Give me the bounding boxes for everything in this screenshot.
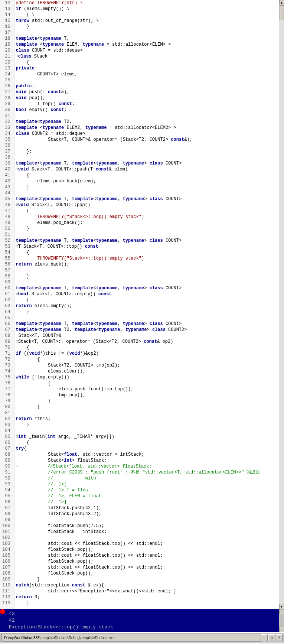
code-line: template<typename T, template<typename, … xyxy=(16,196,277,202)
line-number: 14 xyxy=(2,12,12,18)
line-number: 73 xyxy=(2,362,12,368)
line-number: 58 xyxy=(2,273,12,279)
code-line: } xyxy=(16,309,277,315)
code-line: class COUNT = std::deque> xyxy=(16,48,277,53)
line-number: 28 xyxy=(2,95,12,101)
code-line: { xyxy=(16,345,277,351)
line-number: 62 xyxy=(2,297,12,303)
line-number: 39 xyxy=(2,160,12,166)
line-number: 34 xyxy=(2,131,12,137)
line-number: 52 xyxy=(2,238,12,244)
line-number: 46 xyxy=(2,202,12,208)
scroll-down-button[interactable]: ▼ xyxy=(279,604,284,609)
line-number: 108 xyxy=(2,570,12,576)
console-scroll-down[interactable]: ▼ xyxy=(279,627,284,632)
code-line: template<typename T2, xyxy=(16,119,277,125)
line-number: 51 xyxy=(2,232,12,238)
line-number: 40 xyxy=(2,166,12,172)
code-line: } xyxy=(16,24,277,30)
code-line: std::cout << floatStack.top() << std::en… xyxy=(16,565,277,570)
code-line: Stack<T, COUNT>& operator= (Stack<T2, CO… xyxy=(16,137,277,143)
code-line: if (elems.empty()) \ xyxy=(16,6,277,12)
code-line: ⊟void Stack<T, COUNT>::pop() xyxy=(16,202,277,208)
code-line: // with xyxy=(16,475,277,481)
line-number: 112 xyxy=(2,594,12,600)
line-number: 86 xyxy=(2,440,12,446)
code-line: { \ xyxy=(16,12,277,18)
code-line: T top() const; xyxy=(16,101,277,107)
line-number: 91 xyxy=(2,469,12,475)
code-line: { xyxy=(16,380,277,386)
line-number: 104 xyxy=(2,547,12,553)
editor-window: 1213141516171819202122232425262728293031… xyxy=(0,0,284,632)
code-line: tmp.pop(); xyxy=(16,392,277,398)
scroll-thumb[interactable] xyxy=(280,5,284,20)
code-line xyxy=(16,315,277,321)
line-number: 45 xyxy=(2,196,12,202)
line-number: 109 xyxy=(2,576,12,582)
line-number: 13 xyxy=(2,6,12,12)
vertical-scrollbar[interactable]: ▲ ▼ xyxy=(279,0,284,609)
code-line: // 1>[ xyxy=(16,481,277,487)
line-number: 89 xyxy=(2,458,12,464)
code-line: std::cout << floatStack.top() << std::en… xyxy=(16,553,277,559)
line-number: 12 xyxy=(2,0,12,6)
line-number: 22 xyxy=(2,59,12,65)
line-number: 35 xyxy=(2,137,12,143)
console-line-2: 42 xyxy=(9,617,281,624)
code-line: } xyxy=(16,226,277,232)
line-number: 38 xyxy=(2,155,12,160)
code-line: class COUNT2 = std::deque> xyxy=(16,131,277,137)
code-line: template<typename T2, template<typename,… xyxy=(16,327,277,333)
line-number: 94 xyxy=(2,487,12,493)
code-line: throw std::out_of_range(str); \ xyxy=(16,18,277,24)
code-line: while (!tmp.empty()) xyxy=(16,374,277,380)
code-line: intStack.push(42.1); xyxy=(16,505,277,511)
line-number: 102 xyxy=(2,535,12,541)
line-number: 65 xyxy=(2,315,12,321)
line-number: 74 xyxy=(2,368,12,374)
console-scroll-up[interactable]: ▲ xyxy=(279,609,284,614)
console-line-1: 43 xyxy=(9,611,281,617)
scroll-track[interactable] xyxy=(279,5,284,604)
console-area: 43 42 Exception:Stack<>::top():empty sta… xyxy=(0,609,284,632)
close-button[interactable]: × xyxy=(276,634,283,641)
line-number: 107 xyxy=(2,565,12,570)
line-number: 25 xyxy=(2,77,12,83)
line-number: 59 xyxy=(2,279,12,285)
line-number: 96 xyxy=(2,499,12,505)
code-line: floatStack.push(7.5); xyxy=(16,523,277,529)
code-line: ⊟int _tmain(int argc, _TCHAR* argv[]) xyxy=(16,434,277,440)
code-line: elems.push_front(tmp.top()); xyxy=(16,386,277,392)
code-line: return 0; xyxy=(16,594,277,600)
code-line: COUNT<T> elems; xyxy=(16,71,277,77)
code-line: Stack<T, COUNT>& xyxy=(16,333,277,339)
line-number: 67 xyxy=(2,327,12,333)
code-line: if ((void*)this != (void*)&op2) xyxy=(16,351,277,357)
scroll-up-button[interactable]: ▲ xyxy=(279,0,284,5)
code-line: { xyxy=(16,59,277,65)
line-number: 88 xyxy=(2,452,12,458)
code-line: } xyxy=(16,600,277,606)
line-number: 87 xyxy=(2,446,12,452)
minimize-button[interactable]: _ xyxy=(261,634,268,641)
code-line: template<typename T, template<typename, … xyxy=(16,238,277,244)
code-line: }; xyxy=(16,149,277,155)
code-line: //error C2039 : "push_front" : 不是 "std::… xyxy=(16,469,277,475)
line-number: 56 xyxy=(2,261,12,267)
code-line: ⊟class Stack xyxy=(16,53,277,59)
code-line xyxy=(16,143,277,149)
code-line: } xyxy=(16,576,277,582)
code-line: // 1>, ELEM = float xyxy=(16,493,277,499)
line-number: 101 xyxy=(2,529,12,535)
code-line xyxy=(16,517,277,523)
maximize-button[interactable]: □ xyxy=(268,634,275,641)
line-number: 90 xyxy=(2,464,12,469)
line-number: 68 xyxy=(2,333,12,339)
line-number: 100 xyxy=(2,523,12,529)
code-line: } xyxy=(16,422,277,428)
code-line: std::cout << floatStack.top() << std::en… xyxy=(16,541,277,547)
code-line: void pop(); xyxy=(16,95,277,101)
code-line: elems.clear(); xyxy=(16,368,277,374)
code-line: { xyxy=(16,208,277,214)
